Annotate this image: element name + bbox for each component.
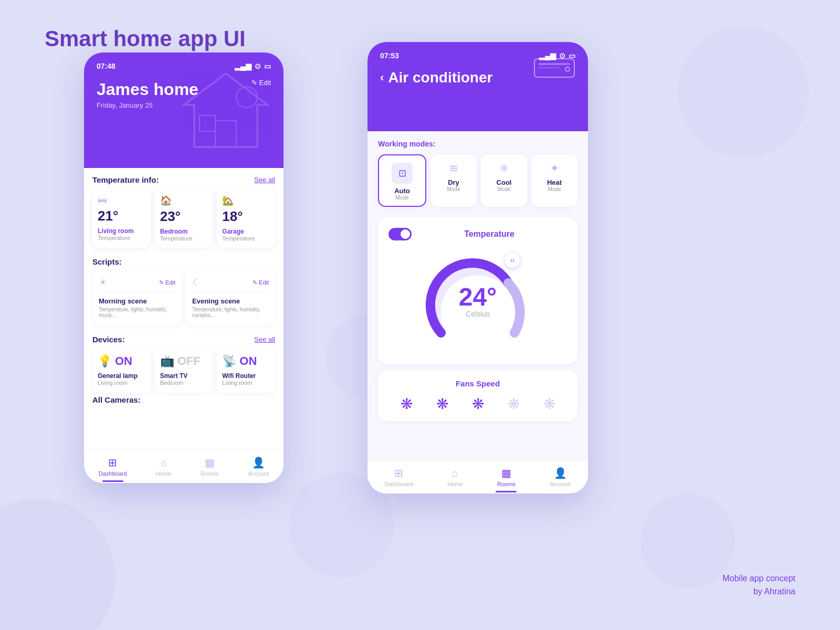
temp-value-living: 21° (98, 208, 145, 224)
nav-home-1[interactable]: ⌂ Home (156, 457, 171, 477)
fan-icon-3[interactable]: ❋ (472, 395, 484, 413)
temp-card-bedroom[interactable]: 🏠 23° Bedroom Temperature (155, 188, 213, 248)
temperature-toggle[interactable] (388, 228, 412, 240)
fan-icon-5[interactable]: ❋ (543, 395, 555, 413)
script-evening[interactable]: ☾ ✎ Edit Evening scene Temperature, ligh… (186, 270, 275, 326)
nav-rooms-2[interactable]: ▦ Rooms (497, 467, 516, 487)
temp-room-garage: Garage (222, 228, 270, 235)
temp-control-header: Temperature (388, 228, 567, 240)
moon-icon: ☾ (192, 277, 201, 288)
temp-card-garage[interactable]: 🏡 18° Garage Temperature (217, 188, 275, 248)
lamp-room: Living room (98, 380, 145, 386)
cameras-title: All Cameras: (92, 395, 141, 404)
device-wifi[interactable]: 📡 ON Wifi Router Living room (217, 348, 275, 393)
dial-unit: Celsius (459, 310, 497, 318)
nav-account-label-1: Account (248, 470, 269, 477)
account-icon-1: 👤 (252, 456, 265, 469)
fan-icon-4[interactable]: ❋ (508, 395, 520, 413)
nav-dashboard-2[interactable]: ⊞ Dashboard (385, 467, 413, 487)
nav-home-2[interactable]: ⌂ Home (447, 467, 463, 487)
morning-scene-desc: Temperature, lights, humidity, music... (99, 307, 175, 318)
mode-cool[interactable]: ✳ Cool Mode (481, 154, 527, 207)
time-1: 07:48 (97, 62, 116, 70)
fan-icon-2[interactable]: ❋ (436, 395, 448, 413)
nav-active-indicator-1 (102, 480, 123, 482)
nav-dashboard-label-2: Dashboard (385, 481, 413, 487)
temp-label-bedroom: Temperature (160, 235, 208, 242)
svg-rect-6 (539, 67, 560, 68)
rooms-icon-1: ▦ (205, 456, 215, 469)
devices-section-header: Devices: See all (92, 328, 275, 348)
wifi-status: 📡 ON (222, 354, 270, 368)
nav-dashboard-label-1: Dashboard (99, 470, 127, 477)
temperature-see-all[interactable]: See all (254, 176, 275, 184)
heat-icon: ✦ (536, 162, 573, 175)
nav-dashboard-1[interactable]: ⊞ Dashboard (99, 456, 127, 477)
dry-mode-sub: Mode (435, 186, 472, 192)
svg-rect-4 (539, 63, 570, 65)
dial-value: 24° Celsius (459, 285, 497, 318)
lamp-icon: 💡 (98, 354, 112, 368)
nav-rooms-label-2: Rooms (497, 481, 516, 487)
home-icon-1: ⌂ (161, 457, 167, 469)
bed-icon: 🛏 (98, 195, 145, 206)
evening-scene-name: Evening scene (192, 297, 269, 305)
tv-name: Smart TV (160, 372, 208, 380)
phone2-header: 07:53 ▂▄▆ ⊙ ▭ ‹ Air conditioner (368, 42, 588, 131)
device-tv[interactable]: 📺 OFF Smart TV Bedroom (155, 348, 213, 393)
nav-account-1[interactable]: 👤 Account (248, 456, 269, 477)
nav-account-2[interactable]: 👤 Account (550, 467, 571, 487)
cool-icon: ✳ (485, 162, 523, 175)
home-icon-2: ⌂ (452, 467, 458, 479)
script-cards: ☀ ✎ Edit Morning scene Temperature, ligh… (92, 270, 275, 326)
mode-auto[interactable]: ⊡ Auto Mode (378, 154, 426, 207)
heat-mode-name: Heat (536, 178, 573, 186)
temperature-control-title: Temperature (464, 229, 514, 239)
temperature-control-section: Temperature 24° Celsius ‹› (378, 217, 578, 364)
temp-card-living[interactable]: 🛏 21° Living room Temperature (92, 188, 151, 248)
evening-edit-btn[interactable]: ✎ Edit (253, 279, 269, 286)
tv-icon: 📺 (160, 354, 174, 368)
svg-point-5 (565, 67, 570, 71)
fans-section: Fans Speed ❋ ❋ ❋ ❋ ❋ (378, 371, 578, 421)
phone1-body: Temperature info: See all 🛏 21° Living r… (84, 168, 284, 449)
temperature-section-title: Temperature info: (92, 175, 159, 184)
nav-rooms-1[interactable]: ▦ Rooms (201, 456, 219, 477)
devices-see-all[interactable]: See all (254, 335, 275, 343)
auto-icon-box: ⊡ (392, 163, 413, 184)
fan-icon-1[interactable]: ❋ (401, 395, 413, 413)
bottom-nav-1: ⊞ Dashboard ⌂ Home ▦ Rooms 👤 Account (84, 449, 284, 483)
brand-text: Mobile app concept by Ahratina (722, 572, 795, 598)
cool-mode-sub: Mode (485, 186, 523, 192)
lamp-name: General lamp (98, 372, 145, 380)
device-cards: 💡 ON General lamp Living room 📺 OFF Smar… (92, 348, 275, 393)
temp-value-bedroom: 23° (160, 208, 208, 225)
dry-icon: ≋ (435, 162, 472, 175)
rooms-icon-2: ▦ (501, 467, 511, 479)
temperature-dial[interactable]: 24° Celsius ‹› (425, 249, 530, 354)
page-title: Smart home app UI (45, 26, 246, 51)
mode-dry[interactable]: ≋ Dry Mode (430, 154, 477, 207)
evening-scene-desc: Temperature, lights, humidity, curtains,… (192, 307, 269, 318)
mode-cards: ⊡ Auto Mode ≋ Dry Mode ✳ Cool Mode ✦ (378, 154, 578, 207)
script-morning[interactable]: ☀ ✎ Edit Morning scene Temperature, ligh… (92, 270, 182, 326)
mode-heat[interactable]: ✦ Heat Mode (531, 154, 578, 207)
morning-edit-btn[interactable]: ✎ Edit (159, 279, 175, 286)
dial-temperature: 24° (459, 285, 497, 310)
temp-room-living: Living room (98, 227, 145, 235)
phone2-body: Working modes: ⊡ Auto Mode ≋ Dry Mode ✳ … (368, 131, 588, 460)
device-lamp[interactable]: 💡 ON General lamp Living room (92, 348, 151, 393)
wifi-name: Wifi Router (222, 372, 270, 380)
phone2: 07:53 ▂▄▆ ⊙ ▭ ‹ Air conditioner Working … (368, 42, 588, 494)
temp-room-bedroom: Bedroom (160, 228, 208, 235)
edit-button[interactable]: ✎ Edit (251, 79, 271, 87)
dial-handle[interactable]: ‹› (505, 253, 520, 268)
fans-row: ❋ ❋ ❋ ❋ ❋ (388, 395, 567, 413)
morning-scene-name: Morning scene (99, 297, 175, 305)
back-button[interactable]: ‹ (380, 71, 384, 85)
phone1-header: 07:48 ▂▄▆ ⊙ ▭ James home Friday, January… (84, 52, 284, 168)
auto-mode-sub: Mode (383, 195, 421, 201)
heat-mode-sub: Mode (536, 186, 573, 192)
bottom-nav-2: ⊞ Dashboard ⌂ Home ▦ Rooms 👤 Account (368, 460, 588, 494)
ac-title-text: Air conditioner (388, 69, 492, 86)
